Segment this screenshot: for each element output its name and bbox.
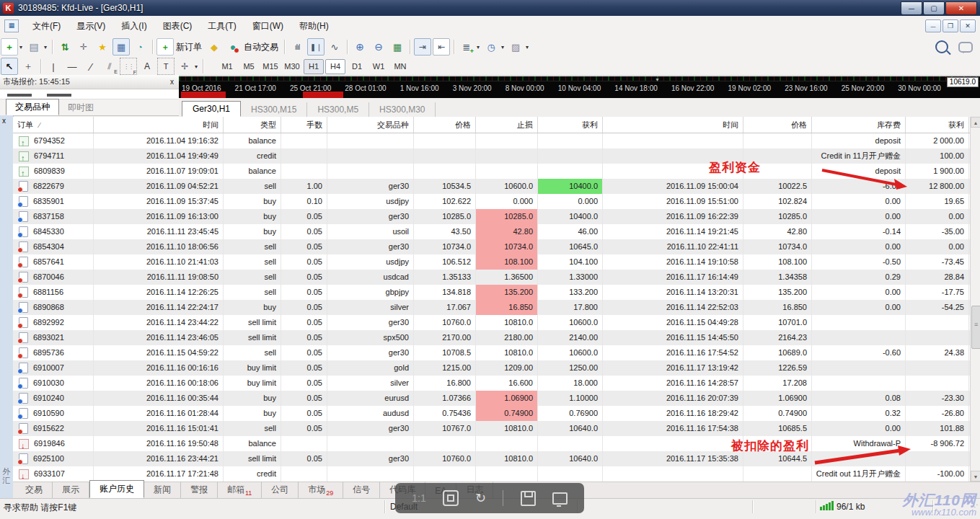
table-scrollbar[interactable]: ▲ ▼ [970,117,980,482]
close-button[interactable] [945,1,977,15]
data-window-button[interactable] [75,38,92,56]
navigator-button[interactable] [94,38,111,56]
crosshair-tool-button[interactable] [19,58,37,75]
autotrading-icon[interactable] [224,38,242,56]
column-header[interactable]: 库存费 [812,117,906,133]
table-row[interactable]: 68226792016.11.09 04:52:21sell1.00ger301… [13,179,970,194]
table-row[interactable]: 67943522016.11.04 19:16:32balancedeposit… [13,133,970,148]
table-row[interactable]: 67947112016.11.04 19:49:49creditCredit i… [13,148,970,164]
profiles-dropdown-icon[interactable]: ▾ [44,44,47,50]
column-header[interactable]: 类型 [224,117,281,133]
strategy-tester-button[interactable] [131,38,149,56]
table-row[interactable]: 69331072016.11.17 17:21:48creditCredit o… [13,466,970,482]
indicators-dropdown-icon[interactable]: ▾ [477,44,480,50]
table-row[interactable]: 68543042016.11.10 18:06:56sell0.05ger301… [13,239,970,254]
horizontal-line-button[interactable] [63,58,81,75]
save-icon[interactable] [521,491,536,506]
column-header[interactable]: 价格 [414,117,476,133]
period-button-h1[interactable]: H1 [304,59,324,74]
column-header[interactable]: 获利 [538,117,603,133]
scroll-up-icon[interactable]: ▲ [971,117,980,128]
period-button-m15[interactable]: M15 [260,59,281,74]
terminal-tab[interactable]: 新闻 [144,482,181,498]
scroll-down-icon[interactable]: ▼ [971,471,980,482]
table-row[interactable]: 69251002016.11.16 23:44:21sell limit0.05… [13,451,970,466]
maximize-button[interactable] [923,1,945,15]
line-chart-button[interactable] [326,38,343,56]
rotate-icon[interactable]: ↻ [475,490,486,506]
menu-item[interactable]: 图表(C) [155,18,200,34]
fullscreen-device-icon[interactable] [552,492,568,505]
mdi-minimize-button[interactable] [925,19,941,32]
profiles-button[interactable] [25,38,43,56]
market-watch-close-icon[interactable]: x [168,78,176,86]
table-row[interactable]: 68957362016.11.15 04:59:22sell0.05ger301… [13,345,970,360]
chat-icon[interactable] [958,42,973,53]
fit-screen-icon[interactable] [443,490,459,506]
terminal-tab[interactable]: 警报 [181,482,218,498]
arrows-dropdown-icon[interactable]: ▾ [195,63,198,70]
table-row[interactable]: 68359012016.11.09 15:37:45buy0.10usdjpy1… [13,194,970,209]
table-row[interactable]: 68929922016.11.14 23:44:22sell limit0.05… [13,315,970,330]
table-row[interactable]: 69156222016.11.16 15:01:41sell0.05ger301… [13,421,970,436]
terminal-close-icon[interactable]: x [2,117,6,125]
period-button-m30[interactable]: M30 [282,59,302,74]
search-icon[interactable] [935,40,948,53]
resize-grip[interactable]: ⋰ [971,503,979,511]
table-row[interactable]: 68700462016.11.11 19:08:50sell0.05usdcad… [13,270,970,285]
templates-button[interactable] [507,38,524,56]
table-row[interactable]: 69100302016.11.16 00:18:06buy limit0.05s… [13,376,970,391]
chart-tab[interactable]: HS300,M30 [369,102,436,117]
chart-tab[interactable]: Ger30,H1 [182,101,241,117]
period-button-mn[interactable]: MN [390,59,410,74]
column-header[interactable]: 订单∕ [13,117,94,133]
terminal-tab[interactable]: 市场29 [299,482,343,498]
text-tool-button[interactable] [138,58,156,75]
zoom-out-button[interactable] [370,38,387,56]
templates-dropdown-icon[interactable]: ▾ [526,44,529,50]
table-row[interactable]: 69100072016.11.16 00:16:16buy limit0.05g… [13,360,970,376]
column-header[interactable]: 获利 [906,117,969,133]
menu-item[interactable]: 显示(V) [69,18,113,34]
text-label-button[interactable] [157,58,175,75]
auto-scroll-button[interactable] [414,38,431,56]
menu-item[interactable]: 帮助(H) [291,18,337,34]
tile-windows-button[interactable] [389,38,406,56]
period-button-m1[interactable]: M1 [217,59,237,74]
chart-time-axis[interactable]: 19 Oct 201621 Oct 17:0025 Oct 21:0028 Oc… [179,75,980,99]
table-row[interactable]: 68908682016.11.14 22:24:17buy0.05silver1… [13,300,970,315]
cursor-tool-button[interactable] [1,58,18,75]
terminal-tab[interactable]: 邮箱11 [218,482,262,498]
periods-dropdown-icon[interactable]: ▾ [501,44,504,50]
period-button-h4[interactable]: H4 [325,59,345,74]
table-row[interactable]: 68371582016.11.09 16:13:00buy0.05ger3010… [13,209,970,224]
column-header[interactable]: 手数 [281,117,327,133]
vertical-line-button[interactable] [45,58,62,75]
new-order-button[interactable]: 新订单 [176,41,202,53]
column-header[interactable]: 止损 [476,117,538,133]
table-row[interactable]: 69105902016.11.16 01:28:44buy0.05audusd0… [13,406,970,421]
column-header[interactable]: 时间 [94,117,224,133]
table-row[interactable]: 69198462016.11.16 19:50:48balanceWithdra… [13,436,970,451]
new-order-icon[interactable] [156,38,174,56]
chart-tab[interactable]: HS300,M5 [307,102,369,117]
autotrading-button[interactable]: 自动交易 [244,41,278,53]
chart-shift-button[interactable] [433,38,450,56]
trendline-button[interactable] [82,58,100,75]
chart-tab[interactable]: HS300,M15 [241,102,307,117]
period-button-d1[interactable]: D1 [347,59,367,74]
metaeditor-button[interactable] [206,38,223,56]
table-row[interactable]: 68576412016.11.10 21:41:03sell0.05usdjpy… [13,254,970,270]
terminal-button[interactable] [112,38,130,56]
mdi-restore-button[interactable] [943,19,958,32]
zoom-ratio-label[interactable]: 1:1 [412,492,425,504]
table-row[interactable]: 68453302016.11.11 23:45:45buy0.05usoil43… [13,224,970,239]
candlestick-chart-button[interactable] [307,38,325,56]
terminal-tab[interactable]: 交易 [16,482,53,498]
period-button-w1[interactable]: W1 [368,59,389,74]
column-header[interactable]: 交易品种 [327,117,414,133]
menu-item[interactable]: 工具(T) [200,18,244,34]
fibonacci-button[interactable] [120,58,137,75]
equidistant-channel-button[interactable] [101,58,118,75]
mdi-close-button[interactable] [960,19,976,32]
